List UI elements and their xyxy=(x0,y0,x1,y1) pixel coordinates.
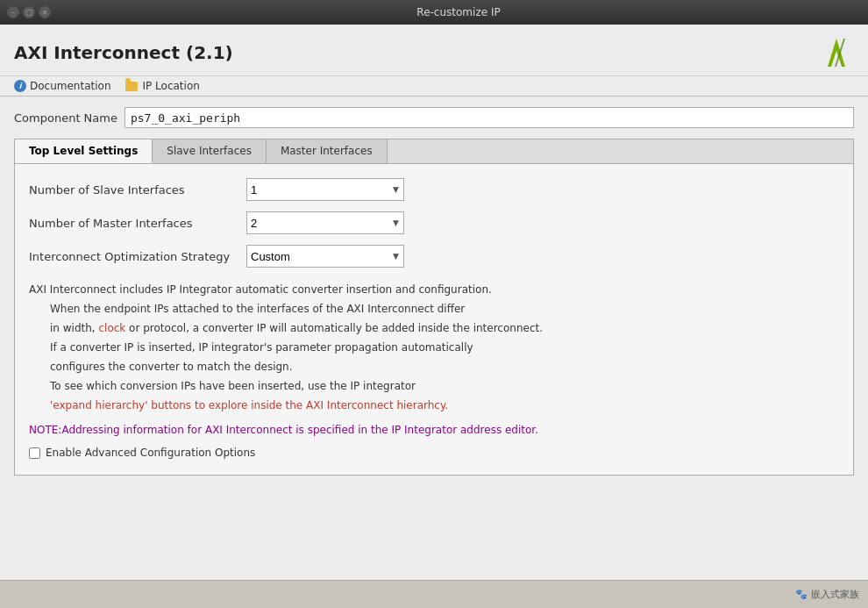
xilinx-logo xyxy=(819,35,854,70)
statusbar-icon: 🐾 xyxy=(795,589,808,600)
master-interfaces-row: Number of Master Interfaces 1 2 3 4 xyxy=(29,211,839,234)
info-main-text: AXI Interconnect includes IP Integrator … xyxy=(29,282,839,297)
slave-interfaces-select[interactable]: 1 2 3 4 xyxy=(246,178,404,201)
content-area: Component Name Top Level Settings Slave … xyxy=(0,97,868,580)
tab-content-top-level: Number of Slave Interfaces 1 2 3 4 Numbe… xyxy=(15,164,853,475)
info-bullet2: in width, clock or protocol, a converter… xyxy=(50,320,839,336)
checkbox-label: Enable Advanced Configuration Options xyxy=(46,445,255,461)
tab-top-level-settings[interactable]: Top Level Settings xyxy=(15,139,153,163)
advanced-config-checkbox[interactable] xyxy=(29,447,40,459)
component-name-input[interactable] xyxy=(125,107,854,128)
page-title: AXI Interconnect (2.1) xyxy=(14,42,233,63)
info-expand-link: 'expand hierarchy' buttons to explore in… xyxy=(50,399,448,411)
master-interfaces-label: Number of Master Interfaces xyxy=(29,217,239,230)
component-name-label: Component Name xyxy=(14,111,117,125)
ip-location-link[interactable]: IP Location xyxy=(125,80,200,92)
ip-location-label: IP Location xyxy=(143,80,200,92)
tab-header: Top Level Settings Slave Interfaces Mast… xyxy=(15,139,853,164)
titlebar-buttons: – □ × xyxy=(7,6,51,18)
tab-slave-interfaces[interactable]: Slave Interfaces xyxy=(153,139,267,163)
info-bullet6: 'expand hierarchy' buttons to explore in… xyxy=(50,397,839,413)
info-section: AXI Interconnect includes IP Integrator … xyxy=(29,282,839,461)
optimization-row: Interconnect Optimization Strategy Custo… xyxy=(29,245,839,268)
component-name-row: Component Name xyxy=(14,107,854,128)
master-interfaces-select[interactable]: 1 2 3 4 xyxy=(246,211,404,234)
info-bullets: When the endpoint IPs attached to the in… xyxy=(50,301,839,413)
info-bullet2-text: in width, xyxy=(50,322,98,334)
slave-interfaces-row: Number of Slave Interfaces 1 2 3 4 xyxy=(29,178,839,201)
statusbar-text: 嵌入式家族 xyxy=(811,588,859,601)
titlebar-title: Re-customize IP xyxy=(56,6,861,18)
info-bullet3: If a converter IP is inserted, IP integr… xyxy=(50,340,839,355)
master-interfaces-select-wrapper: 1 2 3 4 xyxy=(246,211,404,234)
info-bullet1: When the endpoint IPs attached to the in… xyxy=(50,301,839,317)
info-note: NOTE:Addressing information for AXI Inte… xyxy=(29,422,839,438)
folder-icon xyxy=(125,82,138,91)
documentation-link[interactable]: i Documentation xyxy=(14,80,111,92)
header: AXI Interconnect (2.1) xyxy=(0,25,868,76)
documentation-label: Documentation xyxy=(30,80,111,92)
slave-interfaces-select-wrapper: 1 2 3 4 xyxy=(246,178,404,201)
info-clock-link: clock xyxy=(98,322,125,334)
main-window: AXI Interconnect (2.1) i Documentation I… xyxy=(0,25,868,608)
checkbox-row: Enable Advanced Configuration Options xyxy=(29,445,839,461)
tab-panel: Top Level Settings Slave Interfaces Mast… xyxy=(14,139,854,476)
optimization-select-wrapper: Custom Minimize Area Maximize Performanc… xyxy=(246,245,404,268)
statusbar: 🐾 嵌入式家族 xyxy=(0,580,868,608)
slave-interfaces-label: Number of Slave Interfaces xyxy=(29,183,239,197)
info-icon: i xyxy=(14,80,26,92)
optimization-select[interactable]: Custom Minimize Area Maximize Performanc… xyxy=(246,245,404,268)
toolbar: i Documentation IP Location xyxy=(0,76,868,97)
statusbar-logo: 🐾 嵌入式家族 xyxy=(795,588,859,601)
optimization-label: Interconnect Optimization Strategy xyxy=(29,250,239,263)
info-bullet2-rest: or protocol, a converter IP will automat… xyxy=(125,322,543,334)
titlebar: – □ × Re-customize IP xyxy=(0,0,868,25)
info-bullet4: configures the converter to match the de… xyxy=(50,359,839,375)
info-bullet5: To see which conversion IPs have been in… xyxy=(50,378,839,394)
tab-master-interfaces[interactable]: Master Interfaces xyxy=(267,139,388,163)
titlebar-maximize-button[interactable]: □ xyxy=(23,6,35,18)
titlebar-minimize-button[interactable]: – xyxy=(7,6,19,18)
titlebar-close-button[interactable]: × xyxy=(39,6,51,18)
